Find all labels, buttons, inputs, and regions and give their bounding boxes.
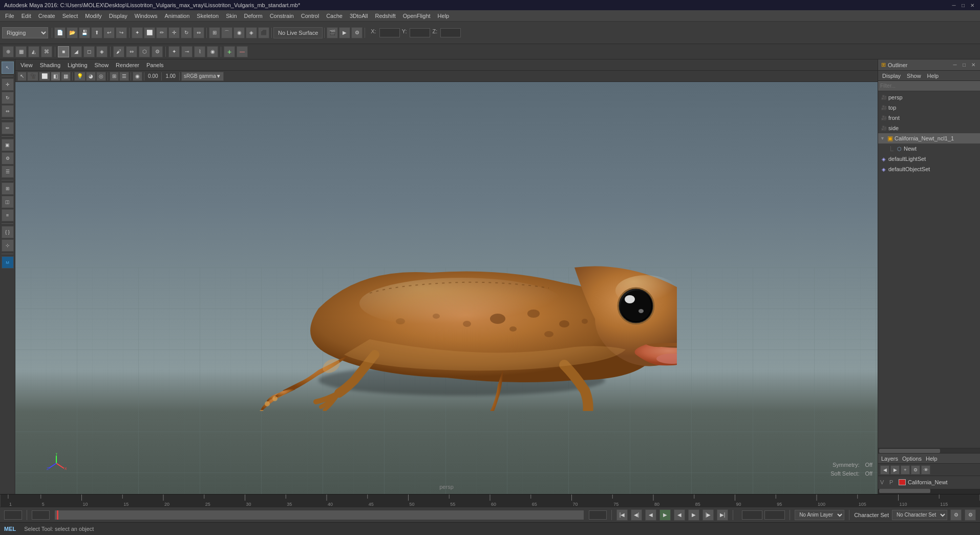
lasso-select[interactable]: ⬜ (144, 27, 155, 38)
vertex-mode[interactable]: ■ (58, 46, 69, 57)
rotate-tool[interactable]: ↻ (181, 27, 192, 38)
expand-california-newt[interactable]: ▼ (880, 136, 885, 141)
prev-frame-btn[interactable]: ◀ (645, 509, 656, 521)
layers-menu-help[interactable]: Help (926, 456, 938, 462)
layer-tool-left[interactable]: ◫ (2, 196, 14, 208)
heads-up-btn[interactable]: ☰ (119, 72, 129, 81)
next-key-btn[interactable]: |▶ (702, 509, 714, 521)
layer-prev-btn[interactable]: ◀ (880, 465, 889, 475)
anim-start-input[interactable]: 1 (742, 510, 762, 520)
outliner-minimize[interactable]: ─ (951, 61, 958, 69)
select-mask-btn[interactable]: ↖ (17, 72, 27, 81)
paint-select[interactable]: ✏ (156, 27, 167, 38)
undo-button[interactable]: ↩ (103, 27, 115, 38)
tree-item-persp[interactable]: 🎥 persp (878, 92, 980, 102)
move-tool-left[interactable]: ✛ (2, 78, 14, 91)
layers-menu-layers[interactable]: Layers (881, 456, 898, 462)
play-rev-btn[interactable]: ◀ (674, 509, 685, 521)
outliner-menu-display[interactable]: Display (880, 73, 903, 79)
interactive-bind[interactable]: ⚙ (152, 46, 163, 57)
next-frame-btn[interactable]: ▶ (688, 509, 699, 521)
minimize-button[interactable]: ─ (950, 2, 957, 9)
snap-curve[interactable]: ⌒ (221, 27, 232, 38)
select-tool-left[interactable]: ↖ (2, 61, 14, 74)
menu-redshift[interactable]: Redshift (372, 12, 398, 20)
menu-create[interactable]: Create (35, 12, 58, 20)
soft-select[interactable]: ⌘ (41, 46, 52, 57)
outliner-maximize[interactable]: □ (961, 61, 968, 69)
menu-display[interactable]: Display (106, 12, 131, 20)
scene-settings[interactable]: ⚙ (965, 509, 976, 521)
menu-edit[interactable]: Edit (18, 12, 34, 20)
layer-name[interactable]: California_Newt (908, 479, 948, 485)
menu-help[interactable]: Help (435, 12, 453, 20)
char-set-dropdown[interactable]: No Character Set (892, 510, 947, 520)
layer-visibility-btn[interactable]: V (880, 479, 887, 485)
close-button[interactable]: ✕ (969, 2, 976, 9)
gamma-select[interactable]: sRGB gamma ▼ (181, 72, 224, 81)
rotate-tool-left[interactable]: ↻ (2, 92, 14, 104)
menu-cache[interactable]: Cache (323, 12, 346, 20)
frame-end-input[interactable]: 120 (589, 510, 607, 520)
minus-button[interactable]: — (237, 46, 248, 57)
menu-modify[interactable]: Modify (82, 12, 104, 20)
anim-layer-dropdown[interactable]: No Anim Layer (795, 510, 844, 520)
edge-mode[interactable]: ◢ (71, 46, 82, 57)
menu-animation[interactable]: Animation (161, 12, 193, 20)
ik-spline[interactable]: ⌇ (194, 46, 205, 57)
tree-item-front[interactable]: 🎥 front (878, 113, 980, 123)
redo-button[interactable]: ↪ (116, 27, 127, 38)
outliner-menu-help[interactable]: Help (925, 73, 941, 79)
menu-windows[interactable]: Windows (132, 12, 161, 20)
char-set-settings[interactable]: ⚙ (950, 509, 962, 521)
current-frame-input[interactable]: 1 (4, 510, 22, 520)
title-bar-controls[interactable]: ─ □ ✕ (950, 2, 976, 9)
outliner-menu-show[interactable]: Show (905, 73, 923, 79)
go-start-btn[interactable]: |◀ (616, 509, 628, 521)
save-scene-button[interactable]: 💾 (79, 27, 90, 38)
wireframe-btn[interactable]: ⬜ (39, 72, 50, 81)
menu-skeleton[interactable]: Skeleton (194, 12, 222, 20)
attribute-editor-left[interactable]: ☰ (2, 166, 14, 178)
layer-settings-btn[interactable]: ⚙ (911, 465, 920, 475)
layer-playback-btn[interactable]: P (889, 479, 897, 485)
joint-tool[interactable]: ✦ (168, 46, 180, 57)
camera-btn[interactable]: 🎥 (27, 72, 38, 81)
layers-scrollbar[interactable] (878, 489, 980, 494)
menu-openflight[interactable]: OpenFlight (400, 12, 434, 20)
ik-handle[interactable]: ⊸ (181, 46, 193, 57)
shaded-btn[interactable]: ◧ (51, 72, 60, 81)
menu-constrain[interactable]: Constrain (267, 12, 297, 20)
tree-item-top[interactable]: 🎥 top (878, 102, 980, 113)
scale-tool[interactable]: ⇔ (193, 27, 204, 38)
select-component[interactable]: ◭ (28, 46, 39, 57)
shadows-btn[interactable]: ◕ (86, 72, 96, 81)
isolate-btn[interactable]: ◉ (133, 72, 142, 81)
x-input[interactable] (379, 28, 400, 37)
viewport-menu-renderer[interactable]: Renderer (113, 61, 142, 69)
menu-control[interactable]: Control (298, 12, 322, 20)
select-tool[interactable]: ✦ (132, 27, 143, 38)
timeline-bar[interactable] (55, 510, 584, 520)
rigging-dropdown[interactable]: Rigging (2, 27, 48, 38)
timeline-ruler[interactable]: 1510152025303540455055606570758085909510… (0, 495, 980, 507)
select-by-hierarchy[interactable]: ⊕ (3, 46, 14, 57)
frame-input-1[interactable]: 1 (32, 510, 50, 520)
menu-skin[interactable]: Skin (223, 12, 240, 20)
smooth-bind[interactable]: ⬡ (139, 46, 150, 57)
script-mode[interactable]: MEL (4, 526, 16, 532)
face-mode[interactable]: ◻ (83, 46, 95, 57)
tree-item-default-light-set[interactable]: ◈ defaultLightSet (878, 154, 980, 164)
render-region-left[interactable]: ▣ (2, 139, 14, 151)
tree-item-side[interactable]: 🎥 side (878, 123, 980, 133)
layers-menu-options[interactable]: Options (902, 456, 922, 462)
outliner-scrollbar[interactable] (878, 448, 980, 453)
outliner-close[interactable]: ✕ (970, 61, 977, 69)
render-region[interactable]: 🎬 (327, 27, 338, 38)
z-input[interactable] (440, 28, 461, 37)
y-input[interactable] (410, 28, 430, 37)
viewport-menu-show[interactable]: Show (92, 61, 112, 69)
outliner-search-input[interactable] (878, 81, 980, 91)
paint-tool-left[interactable]: ✏ (2, 122, 14, 134)
layer-next-btn[interactable]: ▶ (890, 465, 900, 475)
